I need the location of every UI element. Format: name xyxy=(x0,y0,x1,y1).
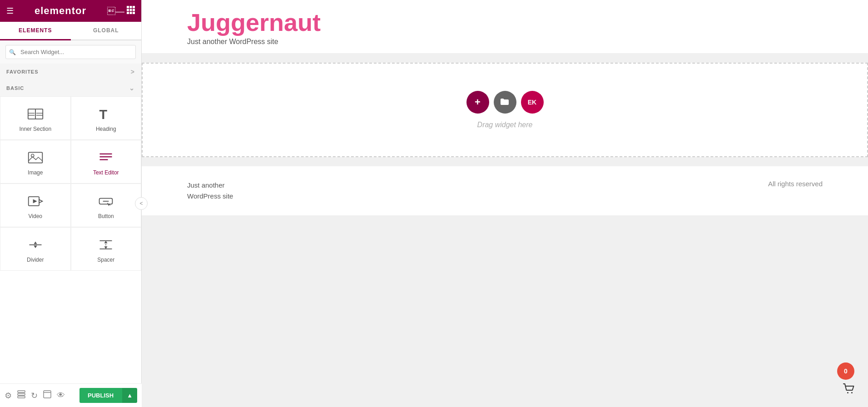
publish-main-button[interactable]: PUBLISH xyxy=(79,388,122,403)
svg-rect-2 xyxy=(133,6,135,8)
sidebar-header: ☰ elementor –– xyxy=(0,0,141,22)
svg-point-39 xyxy=(847,392,848,393)
svg-rect-3 xyxy=(127,9,129,11)
widgets-scroll-container: FAVORITES > BASIC ⌄ Inner Section xyxy=(0,64,141,407)
heading-icon: T xyxy=(98,106,114,122)
footer-rights: All rights reserved xyxy=(768,180,823,188)
sidebar: ☰ elementor –– ELEMENTS GLOBAL FAVORITE… xyxy=(0,0,142,407)
svg-point-40 xyxy=(851,392,853,393)
widget-image[interactable]: Image xyxy=(0,140,71,184)
widget-image-label: Image xyxy=(28,169,43,176)
favorites-section-header[interactable]: FAVORITES > xyxy=(0,64,141,80)
site-title: Juggernaut xyxy=(187,9,823,36)
widget-video[interactable]: Video xyxy=(0,184,71,227)
widget-inner-section-label: Inner Section xyxy=(19,126,51,132)
text-editor-icon xyxy=(98,149,114,166)
widget-text-editor-label: Text Editor xyxy=(93,169,119,176)
hamburger-menu-icon[interactable]: ☰ xyxy=(6,6,14,16)
publish-button-group: PUBLISH ▲ xyxy=(79,388,137,403)
settings-icon[interactable]: ⚙ xyxy=(5,391,12,401)
widget-divider[interactable]: Divider xyxy=(0,227,71,271)
widget-inner-section[interactable]: Inner Section xyxy=(0,96,71,140)
inner-section-icon xyxy=(27,106,44,122)
basic-section-header[interactable]: BASIC ⌄ xyxy=(0,80,141,96)
sidebar-collapse-toggle[interactable]: < xyxy=(135,197,148,210)
cart-icon[interactable] xyxy=(842,382,856,400)
widget-spacer[interactable]: Spacer xyxy=(71,227,142,271)
image-icon xyxy=(27,149,44,166)
svg-marker-23 xyxy=(33,199,37,204)
canvas-folder-button[interactable] xyxy=(494,91,516,114)
site-header-preview: Juggernaut Just another WordPress site xyxy=(142,0,868,54)
sidebar-tabs: ELEMENTS GLOBAL xyxy=(0,22,141,40)
canvas-add-button[interactable]: + xyxy=(466,91,489,114)
widget-text-editor[interactable]: Text Editor xyxy=(71,140,142,184)
widget-heading-label: Heading xyxy=(96,126,116,132)
svg-marker-27 xyxy=(34,242,37,244)
main-content: Juggernaut Just another WordPress site +… xyxy=(142,0,868,407)
tab-global[interactable]: GLOBAL xyxy=(71,22,142,40)
svg-marker-28 xyxy=(34,246,37,248)
widget-grid: Inner Section T Heading Image xyxy=(0,96,141,271)
spacer-icon xyxy=(98,237,114,253)
svg-rect-35 xyxy=(18,393,25,395)
layers-icon[interactable] xyxy=(17,390,25,401)
svg-rect-6 xyxy=(127,12,129,14)
svg-rect-34 xyxy=(18,391,25,392)
widget-button[interactable]: Button xyxy=(71,184,142,227)
tab-elements[interactable]: ELEMENTS xyxy=(0,22,71,40)
cart-count-badge[interactable]: 0 xyxy=(837,362,854,380)
svg-rect-0 xyxy=(127,6,129,8)
widget-video-label: Video xyxy=(29,213,42,219)
canvas-ek-button[interactable]: EK xyxy=(521,91,544,114)
basic-chevron-icon: ⌄ xyxy=(129,84,135,92)
svg-rect-5 xyxy=(133,9,135,11)
svg-rect-1 xyxy=(130,6,132,8)
search-input[interactable] xyxy=(5,45,136,59)
site-tagline: Just another WordPress site xyxy=(187,38,823,46)
favorites-label: FAVORITES xyxy=(6,69,39,74)
canvas-action-buttons: + EK xyxy=(466,91,544,114)
widget-button-label: Button xyxy=(98,213,114,219)
canvas-area: + EK Drag widget here xyxy=(142,63,868,157)
history-icon[interactable]: ↻ xyxy=(31,391,38,401)
widget-spacer-label: Spacer xyxy=(97,257,114,263)
preview-icon[interactable]: 👁 xyxy=(57,391,65,400)
footer-tagline: Just anotherWordPress site xyxy=(187,180,233,202)
elementor-logo: elementor xyxy=(35,5,86,17)
search-box xyxy=(0,40,141,64)
basic-label: BASIC xyxy=(6,85,24,91)
drag-widget-hint: Drag widget here xyxy=(477,121,533,129)
page-settings-icon[interactable] xyxy=(43,390,51,401)
sidebar-bottom-toolbar: ⚙ ↻ 👁 PUBLISH ▲ xyxy=(0,383,142,407)
favorites-chevron-icon: > xyxy=(131,68,135,75)
apps-grid-icon[interactable]: –– xyxy=(107,6,135,16)
widget-heading[interactable]: T Heading xyxy=(71,96,142,140)
svg-rect-7 xyxy=(130,12,132,14)
svg-rect-16 xyxy=(28,152,42,163)
svg-rect-36 xyxy=(18,396,25,398)
svg-text:T: T xyxy=(99,107,108,122)
video-icon xyxy=(27,193,44,209)
widget-divider-label: Divider xyxy=(27,257,44,263)
svg-rect-4 xyxy=(130,9,132,11)
button-icon xyxy=(98,193,114,209)
svg-rect-8 xyxy=(133,12,135,14)
bottom-icons-group: ⚙ ↻ 👁 xyxy=(5,390,65,401)
svg-rect-37 xyxy=(44,391,51,398)
svg-marker-22 xyxy=(39,199,42,203)
footer-preview: Just anotherWordPress site All rights re… xyxy=(142,166,868,215)
divider-icon xyxy=(27,237,44,253)
publish-dropdown-button[interactable]: ▲ xyxy=(122,388,137,403)
